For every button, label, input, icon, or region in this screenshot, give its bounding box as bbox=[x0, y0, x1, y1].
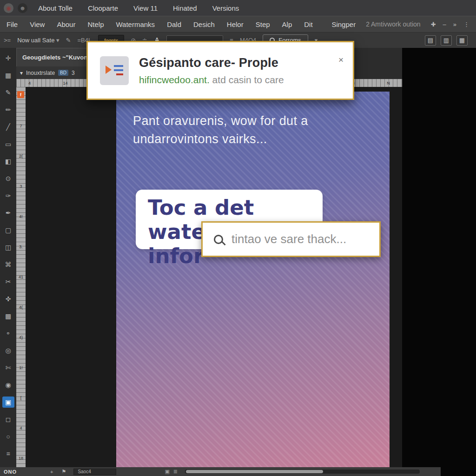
titlebar-menu-item[interactable]: Hinated bbox=[173, 4, 197, 12]
plus-icon[interactable]: ✚ bbox=[431, 21, 436, 28]
document-icon bbox=[100, 56, 129, 85]
fx-badge: f bbox=[17, 91, 24, 98]
scissors-tool[interactable]: ✂ bbox=[2, 276, 14, 287]
chevrons-icon[interactable]: » bbox=[453, 21, 456, 28]
box-tool[interactable]: ◻ bbox=[2, 414, 14, 425]
artboard-paragraph: Pant oravurenis, wow for dut a undarrovi… bbox=[133, 112, 308, 148]
ruler-number: 4) bbox=[19, 335, 23, 340]
ring-tool[interactable]: ○ bbox=[2, 431, 14, 442]
layer-label[interactable]: Inouxtrslate bbox=[26, 70, 55, 76]
status-lines-icon[interactable]: ≣ bbox=[173, 469, 178, 475]
menubar-item[interactable]: Watermanks bbox=[116, 20, 155, 28]
cut-tool[interactable]: ✄ bbox=[2, 362, 14, 373]
note-tool[interactable]: ▭ bbox=[2, 139, 14, 150]
menubar-right: Singper 2 Amtivwork oution ✚–»⋮ bbox=[331, 20, 469, 28]
halftone-tool[interactable]: ◧ bbox=[2, 156, 14, 167]
popup-text: Gésipanto care- Prople hifincwedoo.ant. … bbox=[139, 56, 284, 86]
hatch-tool[interactable]: ▩ bbox=[2, 311, 14, 322]
app-logo-icon[interactable]: ◉ bbox=[4, 3, 13, 13]
ruler-number: 3 bbox=[20, 184, 22, 189]
search-overlay-text: tintao ve sare thack... bbox=[231, 232, 346, 246]
panel-rows-icon[interactable]: ▥ bbox=[441, 35, 452, 46]
titlebar-menu-item[interactable]: Versions bbox=[212, 4, 239, 12]
avatar-icon[interactable]: ☻ bbox=[18, 3, 27, 13]
dot-tool[interactable]: ⚬ bbox=[2, 328, 14, 339]
line-tool[interactable]: ╱ bbox=[2, 121, 14, 132]
titlebar: ◉ ☻ About TolleClooparteView 11HinatedVe… bbox=[0, 0, 476, 16]
mode-label: ONO bbox=[4, 469, 17, 475]
grid-tool[interactable]: ▦ bbox=[2, 70, 14, 81]
ruler-number: 18 bbox=[19, 456, 23, 461]
ruler-number: 1! bbox=[19, 365, 23, 370]
menubar-item[interactable]: Step bbox=[256, 20, 270, 28]
ruler-number: 41 bbox=[19, 275, 23, 279]
menubar-item[interactable]: File bbox=[7, 20, 18, 28]
pen-icon[interactable]: ✎ bbox=[66, 37, 71, 44]
move-tool[interactable]: ✛ bbox=[2, 53, 14, 64]
popup-link[interactable]: hifincwedoo.ant. bbox=[139, 74, 210, 85]
titlebar-menu-item[interactable]: View 11 bbox=[133, 4, 158, 12]
flag-icon[interactable]: ⚑ bbox=[62, 469, 66, 475]
ruler-number: 4 bbox=[20, 426, 22, 430]
ruler-number: 4! bbox=[19, 214, 23, 219]
ruler-number: 14 bbox=[63, 81, 67, 86]
close-icon[interactable]: × bbox=[338, 55, 344, 64]
lens-tool[interactable]: ◎ bbox=[2, 345, 14, 356]
brush-tool[interactable]: ✑ bbox=[2, 190, 14, 201]
ruler-number: N bbox=[387, 81, 390, 86]
ruler-number: 2( bbox=[19, 154, 23, 159]
menubar-item[interactable]: Desich bbox=[193, 20, 215, 28]
cross-tool[interactable]: ✜ bbox=[2, 293, 14, 304]
singper-label[interactable]: Singper bbox=[331, 20, 356, 28]
menubar-item[interactable]: Dald bbox=[167, 20, 181, 28]
menubar-item[interactable]: Ntelp bbox=[87, 20, 104, 28]
menubar-right-icons: ✚–»⋮ bbox=[431, 21, 469, 28]
menubar-item[interactable]: Alp bbox=[282, 20, 292, 28]
vertical-ruler: 472(34!3.414(4)1![418 bbox=[16, 87, 26, 467]
popup-subtitle: hifincwedoo.ant. atd casin to care bbox=[139, 74, 284, 86]
popup-title: Gésipanto care- Prople bbox=[139, 56, 284, 70]
menubar-items: FileViewAbourNtelpWatermanksDaldDesichHe… bbox=[7, 20, 313, 28]
tool-palette: ✛▦✎✏╱▭◧⊙✑✒▢◫⌘✂✜▩⚬◎✄◉▣◻○≡ bbox=[0, 48, 16, 467]
bullseye-tool[interactable]: ◉ bbox=[2, 379, 14, 390]
card-tool[interactable]: ▣ bbox=[2, 397, 14, 408]
nib-tool[interactable]: ✒ bbox=[2, 207, 14, 218]
kebab-icon[interactable]: ⋮ bbox=[463, 21, 469, 28]
ruler-number: 4( bbox=[19, 305, 23, 310]
minus-icon[interactable]: – bbox=[443, 21, 446, 28]
artboard[interactable]: Pant oravurenis, wow for dut a undarrovi… bbox=[116, 92, 390, 467]
artwork-option-label[interactable]: 2 Amtivwork oution bbox=[366, 20, 421, 28]
menu-tool[interactable]: ≡ bbox=[2, 448, 14, 459]
eraser-tool[interactable]: ◫ bbox=[2, 242, 14, 253]
pen-tool[interactable]: ✎ bbox=[2, 87, 14, 98]
menubar-item[interactable]: Helor bbox=[227, 20, 244, 28]
menubar-item[interactable]: View bbox=[30, 20, 45, 28]
app-window: ◉ ☻ About TolleClooparteView 11HinatedVe… bbox=[0, 0, 476, 476]
titlebar-menu-item[interactable]: Clooparte bbox=[88, 4, 118, 12]
pencil-tool[interactable]: ✏ bbox=[2, 104, 14, 115]
menubar-item[interactable]: Abour bbox=[57, 20, 75, 28]
titlebar-menu-item[interactable]: About Tolle bbox=[38, 4, 73, 12]
ruler-number: 3. bbox=[19, 245, 23, 249]
menubar-item[interactable]: Dit bbox=[304, 20, 312, 28]
plus-icon[interactable]: + bbox=[50, 469, 53, 475]
panel-grid-icon[interactable]: ▤ bbox=[425, 35, 436, 46]
ruler-number: 4 bbox=[28, 81, 31, 86]
chevron-down-icon: ▾ bbox=[56, 37, 60, 44]
scrollbar-thumb[interactable] bbox=[186, 470, 323, 473]
titlebar-menus: About TolleClooparteView 11HinatedVersio… bbox=[38, 4, 239, 12]
horizontal-scrollbar[interactable] bbox=[185, 469, 420, 474]
panel-cells-icon[interactable]: ▦ bbox=[456, 35, 468, 46]
chevron-down-icon[interactable]: ▾ bbox=[20, 70, 23, 76]
status-field[interactable]: Saoc4 bbox=[73, 469, 116, 475]
target-tool[interactable]: ⊙ bbox=[2, 173, 14, 184]
search-overlay[interactable]: tintao ve sare thack... bbox=[201, 221, 381, 257]
command-tool[interactable]: ⌘ bbox=[2, 259, 14, 270]
ruler-number: [ bbox=[20, 396, 22, 400]
status-box-icon[interactable]: ▣ bbox=[165, 469, 169, 475]
statusbar: ONO + ⚑ Saoc4 ▣ ≣ bbox=[0, 467, 441, 476]
frame-tool[interactable]: ▢ bbox=[2, 225, 14, 236]
notification-popup: Gésipanto care- Prople hifincwedoo.ant. … bbox=[86, 41, 354, 100]
collapse-icon[interactable]: >= bbox=[4, 37, 11, 44]
preset-dropdown[interactable]: Now uall Sate ▾ bbox=[17, 37, 59, 44]
